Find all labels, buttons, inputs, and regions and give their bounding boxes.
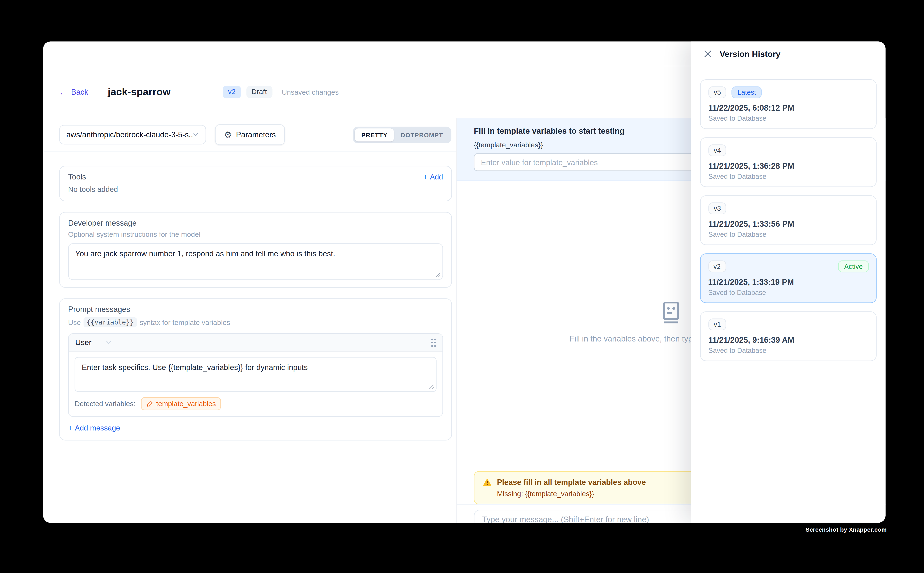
version-number-badge: v1 — [708, 318, 726, 330]
version-card-v1[interactable]: v1 11/21/2025, 9:16:39 AM Saved to Datab… — [700, 312, 877, 361]
model-select[interactable]: aws/anthropic/bedrock-claude-3-5-s... — [59, 125, 206, 144]
role-select[interactable]: User — [75, 338, 112, 347]
page-title: jack-sparrow — [108, 86, 171, 98]
prompt-messages-card: Prompt messages Use {{variable}} syntax … — [59, 299, 452, 441]
version-saved-status: Saved to Database — [708, 115, 868, 122]
version-list: v5 Latest 11/22/2025, 6:08:12 PM Saved t… — [691, 66, 886, 374]
version-card-v5[interactable]: v5 Latest 11/22/2025, 6:08:12 PM Saved t… — [700, 79, 877, 129]
detected-variables-label: Detected variables: — [75, 400, 135, 408]
version-saved-status: Saved to Database — [708, 231, 868, 238]
version-date: 11/21/2025, 1:36:28 PM — [708, 161, 868, 171]
close-icon[interactable] — [704, 50, 712, 58]
drag-handle[interactable] — [431, 338, 436, 346]
tools-empty-text: No tools added — [68, 185, 443, 194]
version-card-v3[interactable]: v3 11/21/2025, 1:33:56 PM Saved to Datab… — [700, 196, 877, 245]
editor-scroll-area: Tools +Add No tools added Developer mess… — [43, 152, 456, 455]
unsaved-changes-label: Unsaved changes — [282, 88, 339, 96]
version-date: 11/21/2025, 1:33:19 PM — [708, 277, 869, 286]
screenshot-canvas: ← Back jack-sparrow v2 Draft Unsaved cha… — [0, 0, 924, 573]
variable-syntax-chip: {{variable}} — [84, 317, 137, 327]
version-saved-status: Saved to Database — [708, 289, 869, 296]
version-date: 11/22/2025, 6:08:12 PM — [708, 104, 868, 113]
detected-variables-row: Detected variables: template_variables — [69, 392, 442, 416]
parameters-label: Parameters — [236, 130, 276, 139]
tools-title: Tools — [68, 172, 86, 181]
add-tool-button[interactable]: +Add — [423, 172, 443, 181]
prompt-messages-title: Prompt messages — [68, 305, 443, 314]
toggle-pretty[interactable]: PRETTY — [355, 128, 394, 141]
robot-face-icon — [659, 301, 683, 324]
tools-card: Tools +Add No tools added — [59, 166, 452, 201]
editor-toolbar: aws/anthropic/bedrock-claude-3-5-s... ⚙ … — [43, 118, 456, 152]
app-window: ← Back jack-sparrow v2 Draft Unsaved cha… — [43, 41, 886, 523]
message-textarea[interactable]: Enter task specifics. Use {{template_var… — [75, 357, 436, 392]
version-card-v4[interactable]: v4 11/21/2025, 1:36:28 PM Saved to Datab… — [700, 137, 877, 187]
warning-icon — [482, 478, 492, 487]
version-number-badge: v4 — [708, 144, 726, 156]
draft-badge: Draft — [246, 86, 272, 99]
back-button[interactable]: ← Back — [59, 88, 88, 96]
version-history-header: Version History — [691, 41, 886, 66]
detected-variable-chip[interactable]: template_variables — [141, 397, 221, 410]
developer-message-card: Developer message Optional system instru… — [59, 212, 452, 288]
chevron-down-icon — [193, 132, 199, 138]
latest-badge: Latest — [732, 86, 762, 98]
message-block: User Enter task specifics. Use {{templat… — [68, 333, 443, 417]
model-select-value: aws/anthropic/bedrock-claude-3-5-s... — [66, 130, 193, 139]
version-saved-status: Saved to Database — [708, 347, 868, 354]
developer-message-textarea[interactable]: You are jack sparrow number 1, respond a… — [68, 243, 443, 280]
version-number-badge: v5 — [708, 86, 726, 98]
toggle-dotprompt[interactable]: DOTPROMPT — [394, 128, 450, 141]
parameters-button[interactable]: ⚙ Parameters — [215, 124, 285, 145]
active-badge: Active — [838, 260, 869, 272]
developer-message-subtitle: Optional system instructions for the mod… — [68, 230, 443, 238]
version-number-badge: v2 — [708, 260, 726, 272]
prompt-hint: Use {{variable}} syntax for template var… — [68, 317, 443, 327]
back-label: Back — [71, 88, 88, 96]
add-message-button[interactable]: +Add message — [68, 424, 120, 432]
developer-message-title: Developer message — [68, 219, 443, 227]
version-date: 11/21/2025, 1:33:56 PM — [708, 219, 868, 229]
gear-icon: ⚙ — [224, 130, 232, 139]
prompt-editor-pane: aws/anthropic/bedrock-claude-3-5-s... ⚙ … — [43, 118, 457, 523]
version-number-badge: v3 — [708, 202, 726, 214]
pencil-icon — [146, 400, 153, 407]
version-history-panel: Version History v5 Latest 11/22/2025, 6:… — [691, 41, 886, 523]
watermark: Screenshot by Xnapper.com — [806, 526, 886, 533]
version-badge: v2 — [223, 86, 241, 99]
version-card-v2[interactable]: v2 Active 11/21/2025, 1:33:19 PM Saved t… — [700, 253, 877, 303]
warning-title: Please fill in all template variables ab… — [497, 478, 646, 487]
plus-icon: + — [423, 172, 428, 181]
plus-icon: + — [68, 424, 72, 432]
message-header: User — [69, 334, 442, 352]
version-date: 11/21/2025, 9:16:39 AM — [708, 336, 868, 344]
back-arrow-icon: ← — [59, 88, 67, 96]
format-toggle: PRETTY DOTPROMPT — [353, 126, 451, 143]
version-saved-status: Saved to Database — [708, 173, 868, 180]
chevron-down-icon — [106, 339, 112, 346]
version-history-title: Version History — [720, 49, 781, 58]
